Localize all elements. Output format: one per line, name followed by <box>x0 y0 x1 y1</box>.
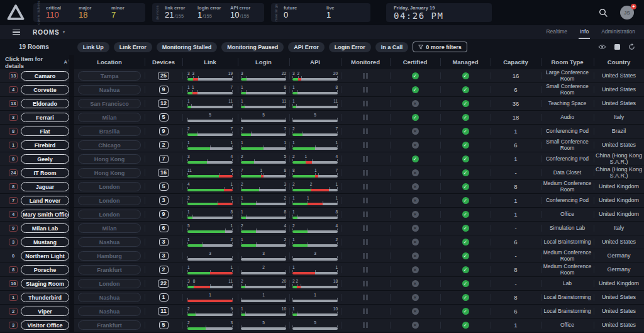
location-button[interactable]: Frankfurt <box>78 265 141 274</box>
location-button[interactable]: London <box>78 182 141 191</box>
bar-count-label: 1 <box>241 196 243 201</box>
bar-tick <box>232 187 233 189</box>
device-count: 22 <box>158 279 169 288</box>
bar-count-label: 5 <box>209 113 211 118</box>
room-name-button[interactable]: Corvette <box>21 85 69 94</box>
column-header-room-type[interactable]: Room Type <box>541 55 594 69</box>
location-button[interactable]: Milan <box>78 113 141 122</box>
room-name-button[interactable]: Camaro <box>21 71 69 81</box>
column-header-certified[interactable]: Certified <box>390 55 440 69</box>
location-button[interactable]: Hong Kong <box>78 154 141 164</box>
tab-realtime[interactable]: Realtime <box>545 25 569 39</box>
location-button[interactable]: Nashua <box>78 85 141 94</box>
location-button[interactable]: Brasilia <box>78 127 141 136</box>
bar-ticks <box>241 298 286 300</box>
column-header-devices[interactable]: Devices <box>145 55 182 69</box>
column-header-country[interactable]: Country <box>594 55 644 69</box>
more-filters-button[interactable]: 0 more filters <box>413 42 467 52</box>
column-header-managed[interactable]: Managed <box>440 55 491 69</box>
api-cell: 111 <box>289 97 341 110</box>
location-button[interactable]: Frankfurt <box>78 320 141 330</box>
devices-panel: devices link error 21/155 login error 1/… <box>152 3 264 22</box>
location-button[interactable]: London <box>78 196 141 205</box>
room-name-button[interactable]: Eldorado <box>21 99 69 108</box>
search-icon[interactable] <box>598 8 608 18</box>
room-name-button[interactable]: Northern Light <box>21 251 69 261</box>
bar-track <box>292 327 338 330</box>
bar-tick <box>232 242 233 244</box>
room-name-button[interactable]: Milan Lab <box>21 223 69 233</box>
filter-chip-link-up[interactable]: Link Up <box>77 42 109 52</box>
filter-chip-link-error[interactable]: Link Error <box>114 42 152 52</box>
bar-tick <box>197 90 198 92</box>
room-name-button[interactable]: Fiat <box>21 127 69 136</box>
devices-cell: 5 <box>145 319 182 332</box>
room-name-button[interactable]: IT Room <box>21 168 69 178</box>
column-header-details[interactable]: Click Item for details A↑ <box>0 55 69 69</box>
country-cell: Italy <box>594 222 644 235</box>
column-header-monitored[interactable]: Monitored <box>341 55 390 69</box>
room-name-button[interactable]: Staging Room <box>21 279 69 288</box>
filter-chip-login-error[interactable]: Login Error <box>329 42 371 52</box>
table-header: Click Item for details A↑ Location Devic… <box>0 55 644 69</box>
bar-labels: 111 <box>187 99 233 104</box>
room-name-button[interactable]: Mary Smith Office <box>21 210 69 219</box>
filter-chip-in-a-call[interactable]: In a Call <box>375 42 409 52</box>
tab-info[interactable]: Info <box>579 25 590 39</box>
bar-tick <box>187 159 188 161</box>
pause-icon <box>363 322 368 328</box>
room-name-button[interactable]: Land Rover <box>21 196 69 205</box>
room-name-button[interactable]: Ferrari <box>21 113 69 122</box>
room-name-button[interactable]: Viper <box>21 307 69 316</box>
managed-cell: ✓ <box>440 249 491 262</box>
filter-chip-api-error[interactable]: API Error <box>288 42 325 52</box>
room-name-button[interactable]: Jaguar <box>21 182 69 191</box>
monitored-cell <box>341 249 390 262</box>
bar-count-label: 1 <box>292 99 295 104</box>
login-status-bar: 3 <box>241 251 286 261</box>
filter-chip-monitoring-stalled[interactable]: Monitoring Stalled <box>157 42 218 52</box>
poly-logo-icon[interactable] <box>5 2 26 23</box>
capacity-cell: 6 <box>491 138 541 152</box>
eye-icon[interactable] <box>598 44 606 50</box>
column-header-link[interactable]: Link <box>182 55 238 69</box>
filter-chip-monitoring-paused[interactable]: Monitoring Paused <box>221 42 284 52</box>
room-name-button[interactable]: Mustang <box>21 237 69 247</box>
room-name-button[interactable]: Firebird <box>21 140 69 150</box>
monitored-cell <box>341 111 390 124</box>
bar-tick <box>241 312 242 313</box>
bar-count-label: 1 <box>241 237 243 242</box>
columns-icon[interactable] <box>614 44 620 50</box>
rooms-dropdown[interactable]: ROOMS ▾ <box>33 29 65 36</box>
location-button[interactable]: Milan <box>78 223 141 233</box>
room-name-button[interactable]: Thunderbird <box>21 293 69 302</box>
room-name-button[interactable]: Porsche <box>21 265 69 274</box>
location-button[interactable]: Nashua <box>78 293 141 302</box>
menu-icon[interactable] <box>13 30 20 35</box>
devices-cell: 7 <box>145 152 182 166</box>
room-name-button[interactable]: Geely <box>21 154 69 164</box>
chevron-down-icon: ▾ <box>63 30 66 35</box>
bar-tick <box>337 312 338 313</box>
location-button[interactable]: Hamburg <box>78 251 141 261</box>
room-name-button[interactable]: Visitor Office <box>21 320 69 330</box>
column-gutter <box>69 111 74 124</box>
location-button[interactable]: Nashua <box>78 237 141 247</box>
refresh-icon[interactable] <box>628 43 635 50</box>
location-button[interactable]: Chicago <box>78 140 141 150</box>
location-button[interactable]: San Francisco <box>78 99 141 108</box>
column-header-api[interactable]: API <box>289 55 341 69</box>
location-button[interactable]: London <box>78 279 141 288</box>
location-button[interactable]: London <box>78 210 141 219</box>
location-cell: London <box>74 277 145 290</box>
sort-icon[interactable]: A↑ <box>64 59 69 65</box>
location-button[interactable]: Tampa <box>78 71 141 81</box>
column-header-capacity[interactable]: Capacity <box>491 55 541 69</box>
capacity-cell: 1 <box>491 319 541 332</box>
tab-administration[interactable]: Administration <box>600 25 636 39</box>
user-avatar[interactable]: JS + <box>620 6 634 20</box>
column-header-location[interactable]: Location <box>74 55 145 69</box>
location-button[interactable]: Nashua <box>78 307 141 316</box>
location-button[interactable]: Hong Kong <box>78 168 141 178</box>
column-header-login[interactable]: Login <box>238 55 289 69</box>
